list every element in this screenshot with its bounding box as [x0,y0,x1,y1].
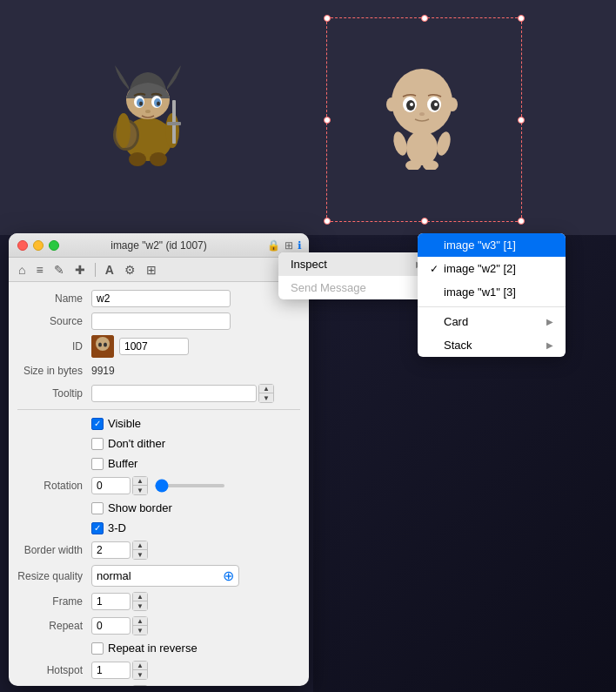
buffer-checkbox[interactable] [91,458,104,470]
submenu-item-w3[interactable]: image "w3" [1] [418,233,566,257]
menu-item-inspect[interactable]: Inspect ▶ [278,252,435,276]
tooltip-stepper-down[interactable]: ▼ [259,393,273,402]
toolbar-separator-1 [95,263,96,277]
submenu-w2-label: image "w2" [2] [444,262,553,275]
border-width-label: Border width [17,544,91,556]
repeat-stepper-down[interactable]: ▼ [133,626,147,635]
minimize-button[interactable] [33,240,44,251]
rotation-stepper-down[interactable]: ▼ [133,486,147,494]
buffer-checkbox-row: Buffer [91,455,137,472]
border-width-input[interactable] [91,541,131,559]
repeat-reverse-checkbox[interactable] [91,642,104,655]
context-menu: Inspect ▶ Send Message [278,252,435,299]
list-icon[interactable]: ≡ [33,261,45,279]
svg-point-35 [104,343,107,347]
rotation-stepper: ▲ ▼ [132,476,148,495]
three-d-checkbox-row: ✓ 3-D [91,520,126,536]
character-baby [378,65,465,172]
frame-stepper-row: ▲ ▼ [91,592,148,611]
character-warrior [96,48,200,172]
menu-item-send-message[interactable]: Send Message [278,276,435,299]
hotspot-label: Hotspot [17,664,91,676]
submenu-w2-check: ✓ [430,263,444,275]
rotation-input[interactable] [91,477,131,494]
frame-stepper-down[interactable]: ▼ [133,601,147,610]
border-width-stepper-row: ▲ ▼ [91,541,148,560]
show-border-checkbox[interactable] [91,502,104,514]
home-icon[interactable]: ⌂ [16,261,28,279]
resize-quality-dropdown[interactable]: normal ⊕ [91,565,239,587]
submenu-stack-label: Stack [444,339,546,352]
svg-point-15 [129,152,146,166]
id-label: ID [17,340,91,353]
border-width-stepper-down[interactable]: ▼ [133,550,147,559]
submenu-item-w1[interactable]: image "w1" [3] [418,280,566,304]
id-row-content [91,335,189,358]
submenu-item-card[interactable]: Card ▶ [418,310,566,333]
hotspot-stepper-1-down[interactable]: ▼ [133,670,147,679]
dont-dither-checkbox-row: Don't dither [91,435,165,452]
dont-dither-checkbox[interactable] [91,438,104,450]
svg-point-33 [96,337,110,351]
card-arrow-icon: ▶ [546,317,553,326]
tooltip-stepper-up[interactable]: ▲ [259,385,273,393]
svg-point-8 [139,102,143,106]
panel-content: Name Source ID [9,282,309,686]
hotspot-input-1[interactable] [91,662,131,679]
hotspot-stepper-row: ▲ ▼ [91,661,148,680]
repeat-stepper-row: ▲ ▼ [91,616,148,635]
panel-window: image "w2" (id 1007) 🔒 ⊞ ℹ ⌂ ≡ ✎ ✚ A ⚙ ⊞… [9,233,309,686]
grid-icon[interactable]: ⊞ [144,261,159,279]
submenu-item-stack[interactable]: Stack ▶ [418,333,566,357]
hotspot-stepper-1: ▲ ▼ [132,661,148,680]
text-icon[interactable]: A [103,261,117,279]
svg-point-34 [98,343,102,347]
repeat-label: Repeat [17,620,91,632]
frame-stepper: ▲ ▼ [132,592,148,611]
border-width-stepper: ▲ ▼ [132,541,148,560]
panel-title: image "w2" (id 1007) [110,239,207,252]
tooltip-input[interactable] [91,385,257,402]
svg-point-25 [386,97,397,111]
frame-stepper-up[interactable]: ▲ [133,593,147,601]
rotation-slider[interactable] [155,484,224,487]
border-width-row: Border width ▲ ▼ [9,538,309,562]
dont-dither-row: Don't dither [9,433,309,453]
three-d-checkbox[interactable]: ✓ [91,522,104,534]
stack-arrow-icon: ▶ [546,340,553,350]
hotspot-stepper-1-up[interactable]: ▲ [133,662,147,670]
repeat-stepper-up[interactable]: ▲ [133,617,147,626]
panel-titlebar: image "w2" (id 1007) 🔒 ⊞ ℹ [9,233,309,258]
maximize-button[interactable] [49,240,59,251]
rotation-row: Rotation ▲ ▼ [9,474,309,498]
frame-input[interactable] [91,593,131,610]
settings-icon[interactable]: ⚙ [122,261,138,279]
add-icon[interactable]: ✚ [72,261,88,279]
size-label: Size in bytes [17,365,91,377]
rotation-stepper-up[interactable]: ▲ [133,477,147,486]
border-width-stepper-up[interactable]: ▲ [133,541,147,550]
name-input[interactable] [91,290,231,307]
repeat-input[interactable] [91,617,131,635]
buffer-row: Buffer [9,453,309,474]
info-icon[interactable]: ℹ [298,239,302,252]
submenu-item-w2[interactable]: ✓ image "w2" [2] [418,257,566,280]
submenu-card-label: Card [444,315,546,328]
repeat-reverse-checkbox-row: Repeat in reverse [91,640,198,656]
rotation-label: Rotation [17,480,91,492]
frame-row: Frame ▲ ▼ [9,589,309,614]
inspect-label: Inspect [291,258,416,271]
svg-rect-14 [167,122,181,125]
close-button[interactable] [17,240,28,251]
divider-1 [17,409,300,410]
lock-icon: 🔒 [267,239,280,252]
hotspot-row: Hotspot ▲ ▼ [9,658,309,682]
submenu-separator [418,306,566,307]
edit-icon[interactable]: ✎ [51,261,67,279]
id-input[interactable] [119,338,189,355]
svg-point-28 [392,131,410,158]
visible-checkbox[interactable]: ✓ [91,418,104,430]
resize-quality-row: Resize quality normal ⊕ [9,562,309,589]
repeat-stepper: ▲ ▼ [132,616,148,635]
source-input[interactable] [91,312,231,330]
